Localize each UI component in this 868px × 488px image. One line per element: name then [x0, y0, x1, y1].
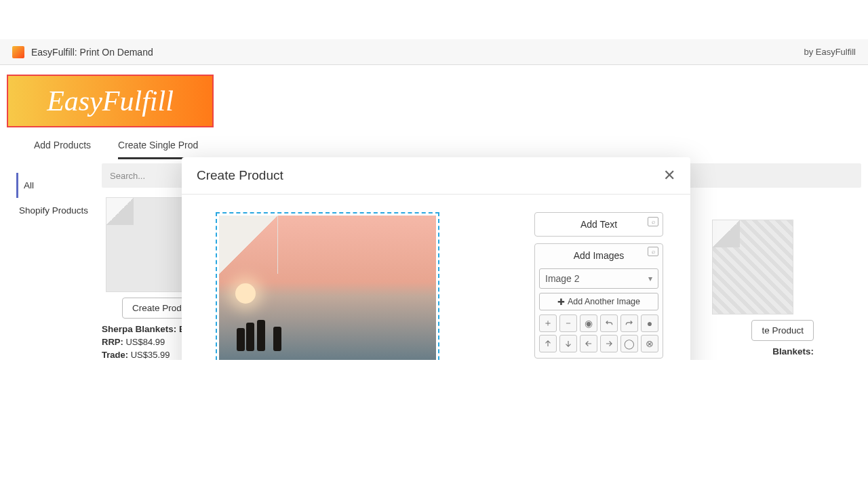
add-images-label: Add Images — [574, 250, 625, 261]
camera-icon: ⌕ — [648, 217, 658, 226]
circle-tool-icon[interactable]: ◉ — [580, 314, 597, 332]
move-right-icon[interactable] — [600, 335, 618, 352]
rotate-right-icon[interactable] — [620, 314, 638, 332]
app-icon — [12, 46, 24, 58]
move-left-icon[interactable] — [580, 335, 597, 352]
add-text-button[interactable]: Add Text ⌕ — [534, 212, 663, 237]
rrp-value: US$84.99 — [125, 337, 165, 347]
rotate-left-icon[interactable] — [600, 314, 618, 332]
sidebar-item-all[interactable]: All — [16, 173, 102, 198]
trade-label: Trade: — [102, 350, 128, 360]
delete-icon[interactable]: ⊗ — [641, 335, 658, 352]
search-placeholder: Search... — [110, 171, 145, 181]
sidebar-item-shopify-products[interactable]: Shopify Products — [16, 198, 102, 223]
product-thumb-right — [712, 220, 793, 314]
add-another-label: Add Another Image — [568, 297, 640, 306]
app-byline: by EasyFulfill — [804, 47, 856, 57]
product-name-right: Blankets: — [678, 346, 814, 357]
product-thumb-sherpa — [106, 197, 187, 292]
rrp-label: RRP: — [102, 337, 123, 347]
camera-icon: ⌕ — [648, 247, 658, 256]
chevron-down-icon: ▾ — [648, 274, 652, 283]
tab-add-products[interactable]: Add Products — [34, 140, 91, 159]
zoom-out-icon[interactable]: － — [559, 314, 577, 332]
move-up-icon[interactable] — [539, 335, 557, 352]
brand-logo: EasyFulfill — [7, 75, 214, 127]
brand-logo-text: EasyFulfill — [47, 85, 174, 117]
tab-create-single-product[interactable]: Create Single Prod — [118, 140, 198, 159]
design-image[interactable] — [219, 216, 436, 360]
modal-title: Create Product — [197, 168, 283, 183]
circle-fill-icon[interactable]: ● — [641, 314, 658, 332]
app-title: EasyFulfill: Print On Demand — [31, 47, 153, 58]
create-product-button-right[interactable]: te Product — [751, 320, 814, 341]
circle-outline-icon[interactable]: ◯ — [620, 335, 638, 352]
move-down-icon[interactable] — [559, 335, 577, 352]
close-icon[interactable]: ✕ — [663, 168, 675, 183]
design-canvas[interactable] — [216, 212, 439, 360]
plus-icon: ✚ — [557, 297, 565, 307]
image-select-value: Image 2 — [545, 273, 580, 284]
create-product-modal: Create Product ✕ — [182, 157, 690, 360]
add-another-image-button[interactable]: ✚ Add Another Image — [539, 293, 658, 310]
add-text-label: Add Text — [580, 219, 617, 230]
zoom-in-icon[interactable]: ＋ — [539, 314, 557, 332]
trade-value: US$35.99 — [131, 350, 170, 360]
image-select[interactable]: Image 2 ▾ — [539, 268, 658, 289]
